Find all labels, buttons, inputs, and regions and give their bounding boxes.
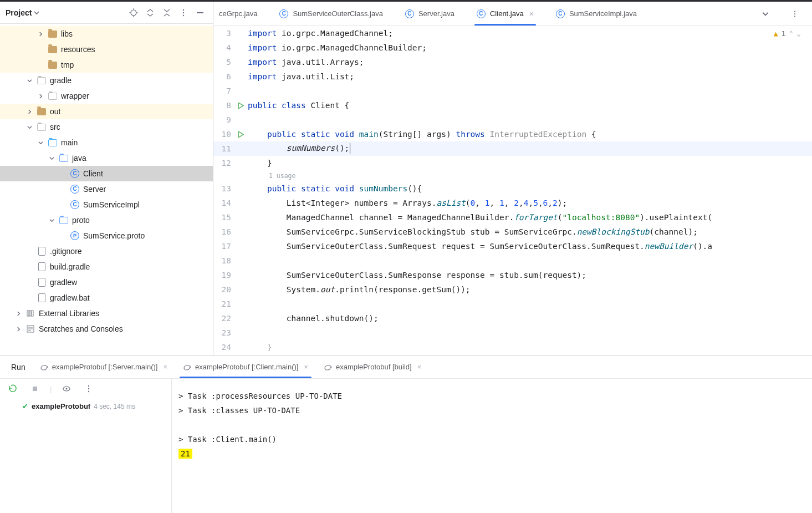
code-line[interactable]: 15 ManagedChannel channel = ManagedChann…	[213, 210, 812, 225]
svg-rect-12	[33, 387, 37, 391]
editor-tab[interactable]: CClient.java×	[466, 2, 545, 26]
code-line[interactable]: 14 List<Integer> numbers = Arrays.asList…	[213, 196, 812, 210]
close-icon[interactable]: ×	[304, 363, 308, 371]
code-line[interactable]: 13 public static void sumNumbers(){	[213, 181, 812, 196]
tree-chevron-icon[interactable]	[37, 32, 44, 37]
code-line[interactable]: 21	[213, 297, 812, 311]
tree-chevron-icon[interactable]	[14, 311, 22, 316]
editor-tab[interactable]: CSumServiceImpl.java	[545, 2, 648, 26]
tree-row[interactable]: proto	[0, 212, 213, 228]
tree-row[interactable]: src	[0, 119, 213, 135]
code-line[interactable]: 11 sumNumbers();	[213, 141, 812, 156]
close-icon[interactable]: ×	[417, 363, 422, 371]
run-tab[interactable]: exampleProtobuf [:Server.main()]×	[32, 355, 175, 378]
code-line[interactable]: 6import java.util.List;	[213, 69, 812, 84]
code-line[interactable]: 5import java.util.Arrays;	[213, 55, 812, 69]
project-tool-window: Project libsresourcestmpgradlewrapperout…	[0, 2, 213, 355]
svg-point-2	[183, 12, 184, 13]
svg-rect-5	[27, 311, 29, 316]
tree-chevron-icon[interactable]	[37, 140, 44, 145]
run-output[interactable]: > Task :processResources UP-TO-DATE > Ta…	[172, 379, 812, 513]
tree-row[interactable]: java	[0, 150, 213, 166]
tabs-more[interactable]	[780, 2, 810, 26]
hide-panel-icon[interactable]	[193, 6, 207, 20]
tree-node-label: wrapper	[61, 92, 89, 100]
rerun-icon[interactable]	[6, 382, 20, 396]
tree-chevron-icon[interactable]	[37, 94, 44, 99]
tree-row[interactable]: CClient	[0, 166, 213, 181]
code-line[interactable]: 16 SumServiceGrpc.SumServiceBlockingStub…	[213, 225, 812, 239]
tree-row[interactable]: libs	[0, 26, 213, 42]
code-text: SumServiceOuterClass.SumRequest request …	[247, 242, 712, 251]
tree-node-label: tmp	[61, 60, 74, 69]
tree-row[interactable]: PSumService.proto	[0, 228, 213, 243]
tree-chevron-icon[interactable]	[25, 125, 33, 130]
tree-row[interactable]: tmp	[0, 57, 213, 73]
tree-node-label: java	[72, 154, 86, 162]
gradle-icon	[40, 363, 49, 372]
code-line[interactable]: 20 System.out.println(response.getSum())…	[213, 282, 812, 297]
run-tab[interactable]: exampleProtobuf [:Client.main()]×	[175, 355, 316, 378]
tabs-overflow[interactable]	[751, 2, 780, 26]
tree-node-icon	[25, 309, 35, 318]
gutter-run-icon[interactable]	[234, 131, 247, 138]
expand-all-icon[interactable]	[143, 6, 157, 20]
line-number: 22	[213, 314, 234, 323]
tree-row[interactable]: gradlew	[0, 275, 213, 290]
tree-chevron-icon[interactable]	[48, 218, 55, 223]
project-tree[interactable]: libsresourcestmpgradlewrapperoutsrcmainj…	[0, 24, 213, 355]
svg-point-1	[183, 9, 184, 10]
run-status: ✔ exampleProtobuf 4 sec, 145 ms	[0, 399, 171, 410]
tree-chevron-icon[interactable]	[48, 156, 55, 161]
code-line[interactable]: 9	[213, 113, 812, 127]
editor-tab[interactable]: ceGrpc.java	[216, 2, 268, 26]
tree-chevron-icon[interactable]	[25, 109, 33, 114]
editor-tab[interactable]: CSumServiceOuterClass.java	[268, 2, 394, 26]
code-line[interactable]: 23	[213, 326, 812, 340]
code-line[interactable]: 22 channel.shutdown();	[213, 311, 812, 326]
tree-chevron-icon[interactable]	[25, 78, 33, 83]
stop-icon[interactable]	[28, 382, 42, 396]
more-run-icon[interactable]	[81, 382, 96, 396]
run-tab[interactable]: exampleProtobuf [build]×	[316, 355, 429, 378]
code-text: List<Integer> numbers = Arrays.asList(0,…	[247, 199, 567, 207]
tree-chevron-icon[interactable]	[14, 327, 22, 332]
collapse-all-icon[interactable]	[160, 6, 174, 20]
code-text: public static void sumNumbers(){	[247, 184, 422, 193]
tree-row[interactable]: wrapper	[0, 88, 213, 104]
editor-tab[interactable]: CServer.java	[394, 2, 466, 26]
editor[interactable]: ▲ 1 ⌃ ⌄ 3import io.grpc.ManagedChannel;4…	[213, 26, 812, 355]
close-icon[interactable]: ×	[529, 9, 534, 18]
tree-row[interactable]: gradle	[0, 73, 213, 88]
tree-row[interactable]: External Libraries	[0, 306, 213, 321]
tree-row[interactable]: Scratches and Consoles	[0, 321, 213, 337]
code-line[interactable]: 3import io.grpc.ManagedChannel;	[213, 26, 812, 40]
project-pane-title[interactable]: Project	[6, 8, 39, 17]
tree-row[interactable]: main	[0, 135, 213, 150]
tree-row[interactable]: gradlew.bat	[0, 290, 213, 306]
tree-row[interactable]: CServer	[0, 181, 213, 197]
locate-icon[interactable]	[126, 6, 141, 20]
code-line[interactable]: 18	[213, 253, 812, 268]
code-line[interactable]: 19 SumServiceOuterClass.SumResponse resp…	[213, 268, 812, 282]
tree-row[interactable]: build.gradle	[0, 259, 213, 275]
tree-row[interactable]: out	[0, 104, 213, 119]
tree-row[interactable]: resources	[0, 42, 213, 57]
code-line[interactable]: 24 }	[213, 340, 812, 354]
code-line[interactable]: 8public class Client {	[213, 98, 812, 113]
tree-node-icon	[48, 31, 58, 38]
code-line[interactable]: 10 public static void main(String[] args…	[213, 127, 812, 141]
code-line[interactable]: 17 SumServiceOuterClass.SumRequest reque…	[213, 239, 812, 253]
more-icon[interactable]	[176, 6, 191, 20]
show-icon[interactable]	[59, 382, 74, 396]
code-line[interactable]: 4import io.grpc.ManagedChannelBuilder;	[213, 40, 812, 55]
close-icon[interactable]: ×	[163, 363, 167, 371]
code-line[interactable]: 7	[213, 84, 812, 98]
code-line[interactable]: 12 }	[213, 156, 812, 170]
tree-row[interactable]: CSumServiceImpl	[0, 197, 213, 212]
problems-badge[interactable]: ▲ 1 ⌃ ⌄	[774, 29, 801, 38]
tree-row[interactable]: .gitignore	[0, 243, 213, 259]
tab-label: SumServiceImpl.java	[569, 9, 637, 18]
gutter-run-icon[interactable]	[234, 103, 247, 109]
code-text: public class Client {	[247, 101, 349, 110]
